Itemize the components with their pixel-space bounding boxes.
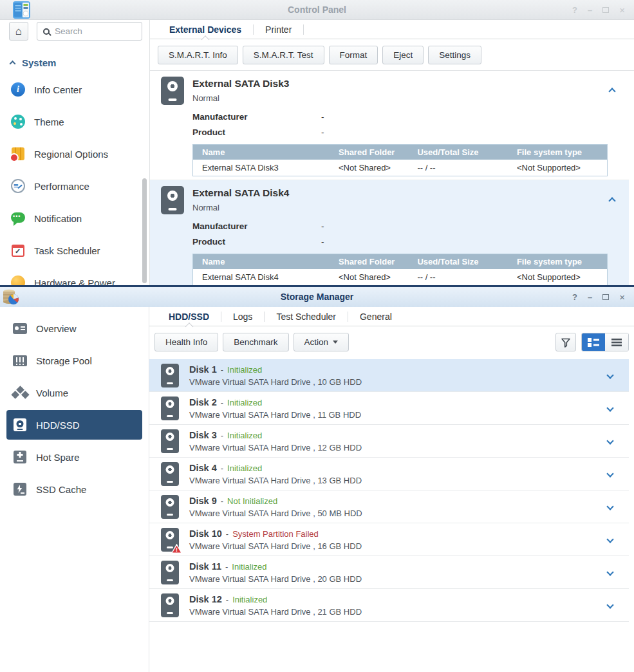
theme-icon	[11, 115, 25, 129]
disk-row[interactable]: Disk 11 - Initialized VMware Virtual SAT…	[149, 556, 629, 589]
disk-name: Disk 10	[189, 528, 222, 539]
control-panel-sidebar: ⌂ System Info Center	[0, 20, 150, 285]
collapse-button[interactable]	[610, 194, 615, 206]
disk-row[interactable]: Disk 2 - Initialized VMware Virtual SATA…	[149, 392, 629, 425]
list-view-button[interactable]	[582, 333, 605, 351]
search-box[interactable]	[37, 22, 142, 41]
sidebar-item[interactable]: SSD Cache	[6, 473, 142, 505]
separator-dash: -	[221, 398, 223, 407]
minimize-icon[interactable]: –	[588, 292, 592, 302]
search-input[interactable]	[55, 26, 126, 36]
sidebar-item[interactable]: Task Scheduler	[0, 234, 149, 266]
disk-detail: VMware Virtual SATA Hard Drive , 10 GB H…	[189, 377, 362, 387]
product-value: -	[321, 237, 324, 247]
window-title: Control Panel	[0, 5, 634, 15]
overview-icon	[13, 323, 27, 334]
disk-row[interactable]: Disk 3 - Initialized VMware Virtual SATA…	[149, 425, 629, 458]
tab-printer[interactable]: Printer	[254, 20, 303, 39]
manufacturer-label: Manufacturer	[192, 221, 321, 231]
sidebar-scrollbar[interactable]	[142, 178, 147, 283]
sidebar-item-label: Task Scheduler	[34, 245, 100, 256]
tab-external-devices[interactable]: External Devices	[158, 20, 253, 39]
close-icon[interactable]: ×	[619, 5, 625, 15]
chevron-down-icon[interactable]	[606, 601, 613, 608]
disk-row[interactable]: Disk 9 - Not Initialized VMware Virtual …	[149, 490, 629, 523]
help-icon[interactable]: ?	[572, 5, 577, 15]
compact-view-button[interactable]	[605, 333, 628, 351]
tab-general[interactable]: General	[348, 307, 404, 326]
collapse-button[interactable]	[610, 85, 615, 97]
sidebar-item[interactable]: Hardware & Power	[0, 266, 149, 285]
disk-icon	[161, 364, 179, 387]
toolbar-button[interactable]: Settings	[428, 46, 481, 64]
chevron-down-icon[interactable]	[606, 568, 613, 575]
toolbar-button[interactable]: S.M.A.R.T. Info	[158, 46, 238, 64]
disk-icon	[161, 397, 179, 420]
action-dropdown-button[interactable]: Action	[294, 333, 350, 351]
disk-status: Initialized	[227, 463, 262, 473]
sidebar-item[interactable]: Info Center	[0, 73, 149, 106]
sidebar-section-system[interactable]: System	[0, 57, 149, 68]
tab-test-scheduler[interactable]: Test Scheduler	[265, 307, 348, 326]
chevron-down-icon[interactable]	[606, 536, 613, 543]
external-disk-icon	[161, 186, 184, 214]
sidebar-item[interactable]: Theme	[0, 106, 149, 138]
disk-row[interactable]: Disk 12 - Initialized VMware Virtual SAT…	[149, 589, 629, 622]
disk-name: Disk 4	[189, 463, 217, 473]
benchmark-button[interactable]: Benchmark	[223, 333, 288, 351]
list-view-icon	[587, 337, 600, 348]
sidebar-item-label: Volume	[36, 387, 68, 398]
disk-row[interactable]: Disk 1 - Initialized VMware Virtual SATA…	[149, 359, 629, 392]
manufacturer-label: Manufacturer	[192, 112, 321, 122]
sidebar-item[interactable]: Volume	[6, 377, 142, 409]
disk-name: Disk 1	[189, 364, 217, 375]
help-icon[interactable]: ?	[572, 292, 577, 302]
chevron-down-icon[interactable]	[606, 503, 613, 510]
health-info-button[interactable]: Health Info	[154, 333, 218, 351]
disk-detail: VMware Virtual SATA Hard Drive , 11 GB H…	[189, 410, 361, 420]
sidebar-item-label: HDD/SSD	[36, 420, 80, 431]
disk-row[interactable]: Disk 4 - Initialized VMware Virtual SATA…	[149, 458, 629, 490]
sidebar-item[interactable]: Regional Options	[0, 138, 149, 170]
chevron-down-icon[interactable]	[606, 371, 613, 378]
toolbar-button[interactable]: S.M.A.R.T. Test	[243, 46, 324, 64]
sidebar-item[interactable]: Hot Spare	[6, 441, 142, 473]
col-used-total: Used/Total Size	[408, 254, 508, 270]
disk-icon	[161, 495, 179, 519]
maximize-icon[interactable]	[602, 294, 609, 300]
separator-dash: -	[221, 431, 223, 440]
device-toolbar: S.M.A.R.T. InfoS.M.A.R.T. TestFormatEjec…	[158, 46, 634, 64]
table-row[interactable]: External SATA Disk3 <Not Shared> -- / --…	[193, 160, 608, 176]
separator-dash: -	[226, 595, 228, 604]
disk-row[interactable]: Disk 10 - System Partition Failed VMware…	[149, 523, 629, 556]
minimize-icon[interactable]: –	[588, 5, 592, 15]
close-icon[interactable]: ×	[619, 292, 625, 303]
disk-detail: VMware Virtual SATA Hard Drive , 50 MB H…	[189, 509, 362, 518]
chevron-down-icon[interactable]	[606, 470, 613, 477]
sidebar-item[interactable]: Overview	[6, 312, 142, 344]
tab-hdd-ssd[interactable]: HDD/SSD	[157, 307, 221, 326]
sidebar-item[interactable]: Storage Pool	[6, 344, 142, 377]
disk-name: Disk 11	[189, 561, 221, 572]
table-row[interactable]: External SATA Disk4 <Not Shared> -- / --…	[193, 269, 608, 285]
toolbar-button[interactable]: Eject	[382, 46, 424, 64]
sidebar-item[interactable]: Performance	[0, 170, 149, 202]
disk-detail: VMware Virtual SATA Hard Drive , 21 GB H…	[189, 607, 362, 617]
hot-spare-icon	[14, 451, 26, 463]
toolbar-button[interactable]: Format	[329, 46, 378, 64]
task-scheduler-icon	[12, 245, 24, 257]
storage-manager-content: HDD/SSD Logs Test Scheduler General Heal…	[149, 307, 634, 672]
chevron-down-icon[interactable]	[606, 437, 613, 444]
storage-manager-titlebar: Storage Manager ? – ×	[0, 287, 634, 307]
sidebar-item[interactable]: Notification	[0, 202, 149, 234]
sidebar-item[interactable]: HDD/SSD	[6, 410, 142, 440]
tab-logs[interactable]: Logs	[221, 307, 264, 326]
separator-dash: -	[221, 365, 223, 375]
home-button[interactable]: ⌂	[9, 22, 28, 41]
separator-dash: -	[226, 529, 228, 539]
maximize-icon[interactable]	[602, 7, 609, 13]
chevron-down-icon[interactable]	[606, 404, 613, 411]
external-device-section[interactable]: External SATA Disk4 Normal Manufacturer-…	[150, 180, 629, 285]
filter-button[interactable]	[555, 333, 576, 351]
external-device-section[interactable]: External SATA Disk3 Normal Manufacturer-…	[150, 71, 629, 180]
